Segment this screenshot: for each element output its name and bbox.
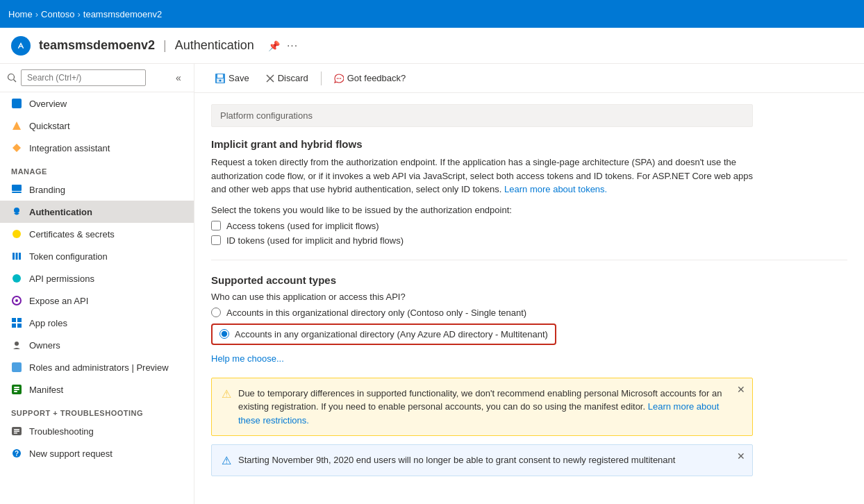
sidebar-item-api-permissions[interactable]: API permissions (0, 267, 194, 289)
search-input[interactable] (21, 69, 146, 86)
svg-text:?: ? (15, 450, 19, 457)
sidebar-item-authentication[interactable]: Authentication (0, 201, 194, 223)
integration-icon (11, 142, 22, 153)
account-types-question: Who can use this application or access t… (211, 292, 847, 302)
id-tokens-label[interactable]: ID tokens (used for implicit and hybrid … (226, 235, 404, 246)
svg-rect-29 (14, 432, 17, 434)
top-bar: Home › Contoso › teamsmsdemoenv2 (0, 0, 864, 28)
warning-1-close-button[interactable]: ✕ (737, 384, 745, 395)
sidebar-item-integration[interactable]: Integration assistant (0, 137, 194, 159)
multitenant-radio[interactable] (219, 329, 229, 339)
sidebar-label-new-support: New support request (29, 448, 113, 459)
main-layout: « Overview Quickstart Integration assist… (0, 64, 864, 504)
sidebar-item-troubleshooting[interactable]: Troubleshooting (0, 420, 194, 442)
sidebar-item-overview[interactable]: Overview (0, 92, 194, 115)
save-button[interactable]: Save (208, 69, 256, 87)
top-section-box: Platform configurations (211, 104, 753, 127)
svg-point-9 (13, 230, 21, 238)
discard-label: Discard (278, 73, 308, 83)
toolbar-divider (321, 72, 322, 85)
sidebar-item-certificates[interactable]: Certificates & secrets (0, 223, 194, 245)
tokens-label: Select the tokens you would like to be i… (211, 205, 847, 215)
multitenant-label[interactable]: Accounts in any organizational directory… (235, 329, 548, 339)
radio-single-tenant-item: Accounts in this organizational director… (211, 308, 847, 318)
save-icon (215, 74, 225, 83)
feedback-label: Got feedback? (347, 73, 406, 83)
sidebar-item-quickstart[interactable]: Quickstart (0, 115, 194, 137)
sidebar-label-certificates: Certificates & secrets (29, 229, 115, 240)
info-2-close-button[interactable]: ✕ (737, 451, 745, 462)
sidebar-label-owners: Owners (29, 340, 60, 351)
roles-admins-icon (11, 362, 22, 373)
breadcrumb-home[interactable]: Home (8, 9, 33, 19)
sidebar-label-manifest: Manifest (29, 385, 63, 395)
warning-text-1: Due to temporary differences in supporte… (238, 387, 742, 428)
app-icon (11, 36, 31, 56)
access-tokens-label[interactable]: Access tokens (used for implicit flows) (226, 221, 379, 231)
sidebar-label-authentication: Authentication (29, 207, 92, 217)
content-area: Save Discard Got feedback? (194, 64, 864, 504)
breadcrumb: Home › Contoso › teamsmsdemoenv2 (8, 9, 162, 19)
breadcrumb-app[interactable]: teamsmsdemoenv2 (83, 9, 162, 19)
id-tokens-checkbox[interactable] (211, 235, 221, 245)
single-tenant-radio[interactable] (211, 308, 221, 317)
single-tenant-label[interactable]: Accounts in this organizational director… (226, 308, 526, 318)
svg-line-2 (14, 80, 17, 83)
sidebar-item-new-support[interactable]: ? New support request (0, 442, 194, 464)
more-options-icon[interactable]: ··· (287, 40, 298, 52)
implicit-grant-description: Request a token directly from the author… (211, 156, 753, 196)
sidebar-item-app-roles[interactable]: App roles (0, 312, 194, 334)
svg-point-35 (219, 79, 222, 81)
sidebar-collapse-button[interactable]: « (170, 69, 187, 86)
svg-rect-23 (14, 387, 19, 388)
sidebar-label-roles-admins: Roles and administrators | Preview (29, 362, 169, 373)
feedback-button[interactable]: Got feedback? (327, 69, 413, 87)
pin-icon[interactable]: 📌 (268, 40, 280, 51)
svg-rect-17 (17, 318, 22, 322)
multitenant-selected-box: Accounts in any organizational directory… (211, 324, 556, 345)
sidebar-label-expose-api: Expose an API (29, 296, 88, 306)
search-icon (7, 73, 17, 83)
access-tokens-checkbox-item: Access tokens (used for implicit flows) (211, 221, 847, 231)
page-name: Authentication (175, 38, 254, 53)
info-banner-2: ⚠ Starting November 9th, 2020 end users … (211, 444, 753, 476)
app-header: teamsmsdemoenv2 | Authentication 📌 ··· (0, 28, 864, 64)
breadcrumb-contoso[interactable]: Contoso (41, 9, 74, 19)
svg-rect-25 (14, 391, 17, 392)
help-me-choose-link[interactable]: Help me choose... (211, 353, 284, 364)
api-permissions-icon (11, 273, 22, 284)
svg-rect-27 (14, 429, 19, 430)
svg-rect-33 (217, 74, 223, 78)
help-me-choose-container: Help me choose... (211, 353, 847, 364)
section-separator (211, 260, 847, 260)
sidebar-label-app-roles: App roles (29, 318, 67, 328)
svg-point-8 (14, 208, 19, 213)
manage-section-header: Manage (0, 159, 194, 178)
sidebar-item-manifest[interactable]: Manifest (0, 378, 194, 401)
title-separator: | (163, 38, 167, 53)
svg-rect-11 (16, 253, 18, 260)
sidebar-label-api-permissions: API permissions (29, 274, 94, 284)
sidebar-label-quickstart: Quickstart (29, 121, 70, 131)
sidebar-item-token-config[interactable]: Token configuration (0, 245, 194, 267)
learn-more-tokens-link[interactable]: Learn more about tokens. (504, 184, 607, 194)
sidebar-item-branding[interactable]: Branding (0, 178, 194, 201)
sidebar-item-owners[interactable]: Owners (0, 334, 194, 356)
svg-rect-7 (12, 192, 22, 193)
discard-button[interactable]: Discard (259, 69, 315, 87)
token-config-icon (11, 251, 22, 262)
new-support-icon: ? (11, 448, 22, 459)
svg-rect-24 (14, 389, 19, 390)
svg-rect-3 (12, 99, 22, 108)
quickstart-icon (11, 120, 22, 131)
overview-icon (11, 98, 22, 109)
content-body: Platform configurations Implicit grant a… (194, 93, 864, 493)
header-icons: 📌 ··· (268, 40, 298, 52)
sidebar-label-integration: Integration assistant (29, 143, 110, 153)
sidebar-search-container: « (0, 64, 194, 92)
access-tokens-checkbox[interactable] (211, 221, 221, 230)
svg-rect-21 (12, 362, 22, 372)
sidebar-item-expose-api[interactable]: Expose an API (0, 289, 194, 312)
sidebar-item-roles-admins[interactable]: Roles and administrators | Preview (0, 356, 194, 378)
discard-icon (266, 74, 274, 83)
